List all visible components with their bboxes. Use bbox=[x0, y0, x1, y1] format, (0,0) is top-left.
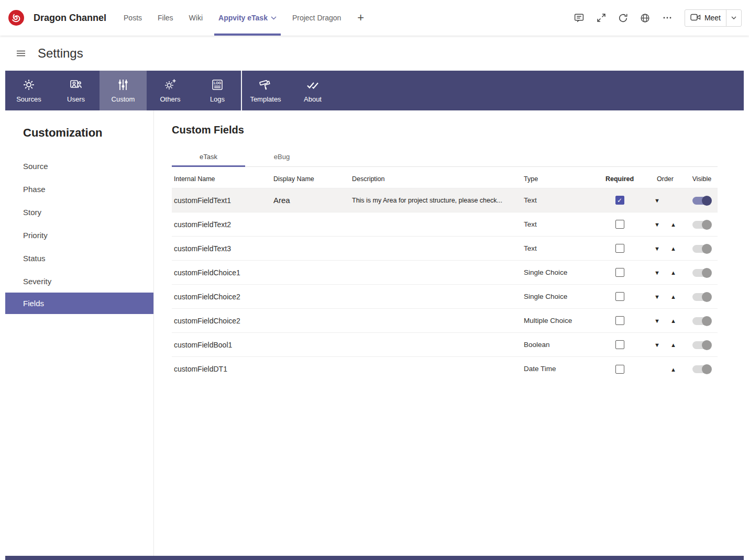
description-cell bbox=[350, 309, 522, 333]
order-up-button[interactable]: ▲ bbox=[670, 342, 676, 348]
required-checkbox[interactable] bbox=[615, 292, 624, 301]
tab-posts[interactable]: Posts bbox=[116, 0, 150, 36]
description-cell: This is my Area for project structure, p… bbox=[350, 188, 522, 212]
more-icon[interactable] bbox=[658, 9, 676, 27]
sidebar-item-source[interactable]: Source bbox=[5, 154, 153, 177]
table-row: customFieldChoice2Multiple Choice▼▲ bbox=[172, 309, 718, 333]
order-up-button[interactable]: ▲ bbox=[670, 294, 676, 300]
sidebar-item-severity[interactable]: Severity bbox=[5, 270, 153, 293]
meet-dropdown-button[interactable] bbox=[726, 10, 741, 26]
required-checkbox[interactable]: ✓ bbox=[615, 196, 624, 205]
order-up-button[interactable]: ▲ bbox=[670, 246, 676, 252]
chat-icon[interactable] bbox=[570, 9, 588, 27]
display-name-cell bbox=[271, 212, 350, 237]
meet-button[interactable]: Meet bbox=[685, 9, 742, 27]
hamburger-menu-icon[interactable] bbox=[16, 48, 26, 59]
sidebar-item-priority[interactable]: Priority bbox=[5, 223, 153, 247]
required-checkbox[interactable] bbox=[615, 316, 624, 325]
order-down-button[interactable]: ▼ bbox=[654, 246, 660, 252]
description-cell bbox=[350, 333, 522, 357]
order-controls: ▼▲ bbox=[654, 367, 676, 373]
tab-appvity-etask[interactable]: Appvity eTask bbox=[211, 0, 284, 36]
tab-ebug[interactable]: eBug bbox=[245, 149, 318, 166]
order-up-button[interactable]: ▲ bbox=[670, 270, 676, 276]
toolbar-item-sources[interactable]: Sources bbox=[5, 71, 52, 110]
type-cell: Boolean bbox=[522, 333, 595, 357]
page-title: Settings bbox=[38, 46, 83, 61]
visible-toggle[interactable] bbox=[692, 341, 711, 349]
display-name-cell bbox=[271, 333, 350, 357]
required-checkbox[interactable] bbox=[615, 340, 624, 349]
required-checkbox[interactable] bbox=[615, 268, 624, 277]
required-checkbox[interactable] bbox=[615, 244, 624, 253]
table-row: customFieldText1AreaThis is my Area for … bbox=[172, 188, 718, 212]
double-check-icon bbox=[306, 78, 320, 92]
table-row: customFieldDT1Date Time▼▲ bbox=[172, 357, 718, 381]
required-cell bbox=[595, 309, 644, 333]
tab-label: Appvity eTask bbox=[218, 14, 268, 22]
type-cell: Text bbox=[522, 237, 595, 261]
toolbar-item-others[interactable]: Others bbox=[147, 71, 194, 110]
internal-name-cell: customFieldText3 bbox=[172, 237, 271, 261]
required-checkbox[interactable] bbox=[615, 365, 624, 374]
order-down-button[interactable]: ▼ bbox=[654, 342, 660, 348]
toolbar-item-users[interactable]: Users bbox=[52, 71, 100, 110]
tab-project-dragon[interactable]: Project Dragon bbox=[284, 0, 349, 36]
tab-label: Posts bbox=[124, 14, 142, 22]
toolbar-item-custom[interactable]: Custom bbox=[100, 71, 147, 110]
users-icon bbox=[69, 78, 83, 92]
sidebar-item-story[interactable]: Story bbox=[5, 200, 153, 223]
required-checkbox[interactable] bbox=[615, 220, 624, 229]
visible-toggle[interactable] bbox=[692, 293, 711, 301]
sidebar-item-status[interactable]: Status bbox=[5, 247, 153, 270]
toolbar-item-templates[interactable]: Templates bbox=[242, 71, 289, 110]
sidebar-item-label: Fields bbox=[23, 299, 44, 308]
order-down-button[interactable]: ▼ bbox=[654, 270, 660, 276]
channel-title: Dragon Channel bbox=[34, 13, 106, 24]
sidebar-item-fields[interactable]: Fields bbox=[5, 293, 153, 314]
expand-icon[interactable] bbox=[592, 9, 610, 27]
order-controls: ▼▲ bbox=[654, 342, 676, 348]
visible-toggle[interactable] bbox=[692, 317, 711, 325]
order-down-button[interactable]: ▼ bbox=[654, 222, 660, 228]
sidebar-item-label: Source bbox=[23, 162, 48, 171]
tab-files[interactable]: Files bbox=[150, 0, 181, 36]
visible-cell bbox=[686, 237, 718, 261]
col-header-internal-name: Internal Name bbox=[172, 167, 271, 188]
visible-toggle[interactable] bbox=[692, 245, 711, 253]
visible-toggle[interactable] bbox=[692, 197, 711, 205]
meet-main[interactable]: Meet bbox=[685, 10, 726, 26]
order-up-button[interactable]: ▲ bbox=[670, 318, 676, 324]
paint-roller-icon bbox=[259, 78, 272, 92]
tab-label: Project Dragon bbox=[292, 14, 341, 22]
order-controls: ▼▲ bbox=[654, 270, 676, 276]
main-panel: Custom Fields eTask eBug Internal Name D… bbox=[154, 110, 749, 556]
sidebar-item-phase[interactable]: Phase bbox=[5, 177, 153, 200]
internal-name-cell: customFieldDT1 bbox=[172, 357, 271, 381]
order-down-button[interactable]: ▼ bbox=[654, 318, 660, 324]
toolbar-item-label: Sources bbox=[16, 95, 41, 103]
order-down-button[interactable]: ▼ bbox=[654, 294, 660, 300]
order-up-button[interactable]: ▲ bbox=[670, 367, 676, 373]
internal-name-cell: customFieldBool1 bbox=[172, 333, 271, 357]
required-cell bbox=[595, 357, 644, 381]
toolbar-item-about[interactable]: About bbox=[289, 71, 336, 110]
tab-etask[interactable]: eTask bbox=[172, 149, 245, 166]
required-cell: ✓ bbox=[595, 188, 644, 212]
globe-icon[interactable] bbox=[636, 9, 654, 27]
order-up-button[interactable]: ▲ bbox=[670, 222, 676, 228]
visible-toggle[interactable] bbox=[692, 365, 711, 373]
tab-wiki[interactable]: Wiki bbox=[181, 0, 211, 36]
visible-toggle[interactable] bbox=[692, 269, 711, 277]
description-cell bbox=[350, 212, 522, 237]
visible-cell bbox=[686, 357, 718, 381]
add-tab-button[interactable]: + bbox=[349, 11, 372, 25]
toolbar-item-logs[interactable]: LOG Logs bbox=[194, 71, 241, 110]
refresh-icon[interactable] bbox=[614, 9, 632, 27]
table-row: customFieldText3Text▼▲ bbox=[172, 237, 718, 261]
gear-icon bbox=[22, 78, 36, 92]
visible-toggle[interactable] bbox=[692, 221, 711, 229]
order-down-button[interactable]: ▼ bbox=[654, 198, 660, 204]
col-header-type: Type bbox=[522, 167, 595, 188]
order-cell: ▼▲ bbox=[644, 285, 686, 309]
